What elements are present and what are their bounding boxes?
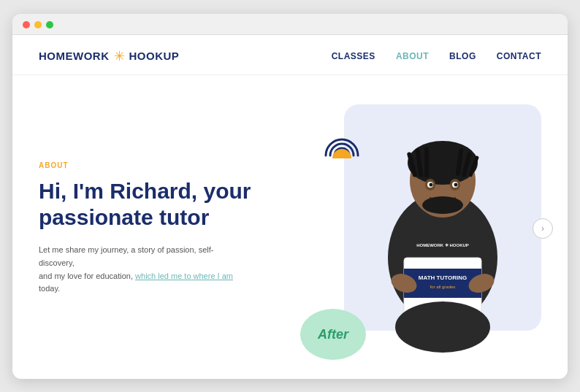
maximize-dot[interactable] — [46, 21, 53, 28]
nav-links: CLASSES ABOUT BLOG CONTACT — [332, 51, 541, 61]
minimize-dot[interactable] — [34, 21, 42, 28]
svg-text:MATH TUTORING: MATH TUTORING — [419, 274, 467, 281]
hero-title: Hi, I'm Richard, your passionate tutor — [39, 178, 308, 231]
nav-about[interactable]: ABOUT — [396, 51, 429, 61]
svg-text:for all grades: for all grades — [430, 285, 456, 289]
logo: HOMEWORK ✳ HOOKUP — [39, 48, 179, 64]
page-content: HOMEWORK ✳ HOOKUP CLASSES ABOUT BLOG CON… — [12, 35, 568, 379]
logo-star-icon: ✳ — [114, 48, 125, 64]
logo-hookup: HOOKUP — [129, 50, 180, 62]
svg-point-14 — [454, 183, 458, 187]
hero-description-link[interactable]: which led me to where I am — [135, 272, 233, 280]
after-badge: After — [300, 309, 366, 360]
svg-text:HOMEWORK ✳ HOOKUP: HOMEWORK ✳ HOOKUP — [416, 243, 469, 247]
next-arrow-button[interactable]: › — [533, 218, 553, 239]
section-label: ABOUT — [39, 161, 308, 169]
logo-homework: HOMEWORK — [39, 50, 110, 62]
svg-point-13 — [430, 183, 433, 187]
nav-classes[interactable]: CLASSES — [332, 51, 375, 61]
close-dot[interactable] — [23, 21, 30, 28]
nav-blog[interactable]: BLOG — [449, 51, 476, 61]
svg-point-23 — [395, 301, 490, 353]
svg-point-15 — [422, 196, 463, 214]
person-illustration: HOMEWORK ✳ HOOKUP MATH TUTORING for all … — [351, 112, 534, 353]
after-label: After — [318, 327, 348, 342]
hero-left: ABOUT Hi, I'm Richard, your passionate t… — [39, 161, 322, 295]
browser-chrome — [12, 14, 568, 35]
hero-right: HOMEWORK ✳ HOOKUP MATH TUTORING for all … — [322, 104, 541, 353]
browser-window: HOMEWORK ✳ HOOKUP CLASSES ABOUT BLOG CON… — [12, 14, 568, 379]
svg-rect-5 — [424, 147, 429, 177]
hero-description: Let me share my journey, a story of pass… — [39, 244, 243, 295]
nav-contact[interactable]: CONTACT — [497, 51, 541, 61]
navbar: HOMEWORK ✳ HOOKUP CLASSES ABOUT BLOG CON… — [12, 35, 568, 75]
hero-section: ABOUT Hi, I'm Richard, your passionate t… — [12, 75, 568, 375]
